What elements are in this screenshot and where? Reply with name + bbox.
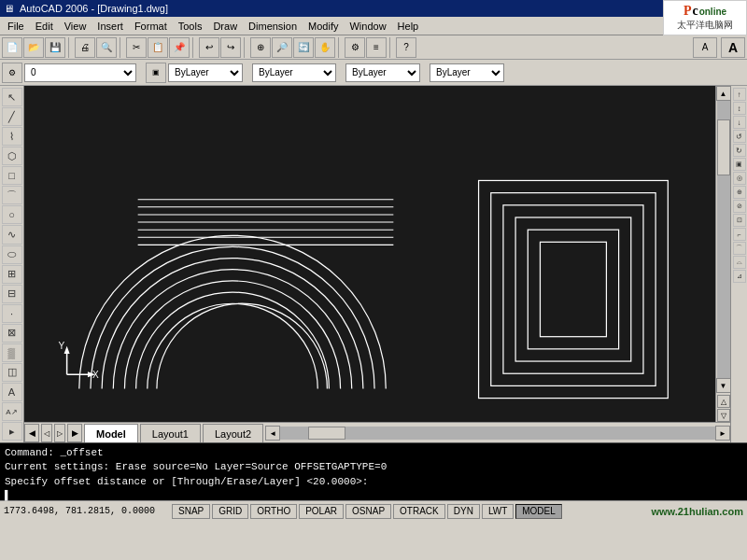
text-style-button[interactable]: A — [693, 37, 717, 58]
ellipse-tool[interactable]: ⬭ — [2, 245, 22, 264]
plotstyle-dropdown[interactable]: ByLayer — [430, 63, 504, 82]
model-button[interactable]: MODEL — [515, 504, 562, 519]
match-prop-button[interactable]: ≡ — [366, 37, 387, 58]
rt-btn12[interactable]: ⌒ — [733, 242, 746, 255]
rt-btn11[interactable]: ⌐ — [733, 228, 746, 241]
mtext-tool[interactable]: A — [2, 383, 22, 401]
menu-window[interactable]: Window — [344, 18, 391, 35]
rt-btn13[interactable]: ⌓ — [733, 256, 746, 269]
pan-button[interactable]: ✋ — [315, 37, 335, 58]
region-tool[interactable]: ◫ — [2, 363, 22, 382]
gradient-tool[interactable]: ▒ — [2, 343, 22, 362]
paste-button[interactable]: 📌 — [169, 37, 190, 58]
save-button[interactable]: 💾 — [45, 37, 65, 58]
rt-btn6[interactable]: ▣ — [733, 158, 746, 171]
color-dropdown[interactable]: ByLayer — [168, 63, 243, 82]
svg-text:X: X — [92, 370, 99, 380]
scroll-right-button[interactable]: ► — [715, 426, 730, 441]
pan-up-button[interactable]: △ — [717, 395, 730, 408]
rt-btn9[interactable]: ⊘ — [733, 200, 746, 213]
new-button[interactable]: 📄 — [2, 37, 22, 58]
tab-right-arrow2[interactable]: ▶ — [67, 424, 82, 442]
text-tool[interactable]: A↗ — [2, 402, 22, 421]
undo-button[interactable]: ↩ — [199, 37, 219, 58]
status-bar: 1773.6498, 781.2815, 0.0000 SNAP GRID OR… — [0, 500, 747, 521]
insert-block-tool[interactable]: ⊞ — [2, 265, 22, 284]
menu-format[interactable]: Format — [129, 18, 173, 35]
color-btn[interactable]: ▣ — [146, 63, 166, 83]
make-block-tool[interactable]: ⊟ — [2, 285, 22, 303]
open-button[interactable]: 📂 — [23, 37, 44, 58]
tab-layout1[interactable]: Layout1 — [140, 424, 201, 442]
menu-modify[interactable]: Modify — [303, 18, 344, 35]
layer-dropdown[interactable]: 0 — [24, 63, 136, 82]
osnap-button[interactable]: OSNAP — [345, 504, 391, 519]
rt-btn14[interactable]: ⊿ — [733, 270, 746, 283]
menu-insert[interactable]: Insert — [92, 18, 129, 35]
command-area: Command: _offset Current settings: Erase… — [0, 442, 747, 500]
tab-right-arrow[interactable]: ▷ — [54, 424, 65, 442]
grid-button[interactable]: GRID — [212, 504, 248, 519]
tab-left-arrow2[interactable]: ◁ — [41, 424, 52, 442]
linetype-dropdown[interactable]: ByLayer — [252, 63, 336, 82]
ortho-button[interactable]: ORTHO — [250, 504, 297, 519]
scroll-up-button[interactable]: ▲ — [716, 86, 731, 101]
rectangle-tool[interactable]: □ — [2, 166, 22, 185]
print-button[interactable]: 🖨 — [75, 37, 95, 58]
rt-btn10[interactable]: ⊡ — [733, 214, 746, 227]
otrack-button[interactable]: OTRACK — [393, 504, 445, 519]
select-tool[interactable]: ↖ — [2, 88, 22, 106]
line-tool[interactable]: ╱ — [2, 107, 22, 126]
zoom-previous-button[interactable]: 🔄 — [293, 37, 314, 58]
menu-view[interactable]: View — [59, 18, 92, 35]
dyn-button[interactable]: DYN — [447, 504, 480, 519]
lwt-button[interactable]: LWT — [482, 504, 514, 519]
spline-tool[interactable]: ∿ — [2, 225, 22, 244]
rt-btn3[interactable]: ↓ — [733, 116, 746, 129]
zoom-extents-button[interactable]: ⊕ — [250, 37, 271, 58]
tab-left-arrow[interactable]: ◀ — [24, 424, 39, 442]
properties-toolbar: ⚙ 0 ▣ ByLayer ByLayer ByLayer ByLayer — [0, 60, 747, 86]
scroll-left-button[interactable]: ◄ — [265, 426, 280, 441]
rt-btn8[interactable]: ⊕ — [733, 186, 746, 199]
rt-btn2[interactable]: ↕ — [733, 102, 746, 115]
style-btn2[interactable]: A — [721, 37, 745, 58]
menu-help[interactable]: Help — [392, 18, 425, 35]
scroll-down-button[interactable]: ▼ — [716, 378, 731, 393]
polygon-tool[interactable]: ⬡ — [2, 147, 22, 165]
snap-button[interactable]: SNAP — [172, 504, 210, 519]
print-preview-button[interactable]: 🔍 — [96, 37, 117, 58]
rt-btn1[interactable]: ↑ — [733, 88, 746, 101]
vertical-scrollbar[interactable]: ▲ ▼ △ ▽ — [715, 86, 730, 422]
hatch-tool[interactable]: ⊠ — [2, 324, 22, 343]
help-button[interactable]: ? — [396, 37, 416, 58]
tab-model[interactable]: Model — [84, 424, 138, 442]
tab-layout2[interactable]: Layout2 — [203, 424, 263, 442]
more-tools[interactable]: ▸ — [2, 422, 22, 441]
polyline-tool[interactable]: ⌇ — [2, 127, 22, 146]
polar-button[interactable]: POLAR — [299, 504, 344, 519]
status-watermark: www.21hulian.com — [651, 506, 743, 517]
menu-file[interactable]: File — [2, 18, 30, 35]
menu-bar: File Edit View Insert Format Tools Draw … — [0, 17, 747, 35]
cut-button[interactable]: ✂ — [126, 37, 147, 58]
properties-button[interactable]: ⚙ — [345, 37, 365, 58]
rt-btn4[interactable]: ↺ — [733, 130, 746, 143]
menu-draw[interactable]: Draw — [207, 18, 243, 35]
menu-tools[interactable]: Tools — [173, 18, 208, 35]
pan-down-button[interactable]: ▽ — [717, 409, 730, 422]
arc-tool[interactable]: ⌒ — [2, 186, 22, 204]
drawing-canvas[interactable]: Y X — [24, 86, 715, 422]
menu-dimension[interactable]: Dimension — [243, 18, 303, 35]
point-tool[interactable]: · — [2, 304, 22, 323]
lineweight-dropdown[interactable]: ByLayer — [345, 63, 420, 82]
rt-btn5[interactable]: ↻ — [733, 144, 746, 157]
rt-btn7[interactable]: ◎ — [733, 172, 746, 185]
layer-manager-button[interactable]: ⚙ — [2, 63, 22, 83]
redo-button[interactable]: ↪ — [220, 37, 241, 58]
zoom-window-button[interactable]: 🔎 — [272, 37, 292, 58]
copy-button[interactable]: 📋 — [148, 37, 168, 58]
circle-tool[interactable]: ○ — [2, 205, 22, 224]
menu-edit[interactable]: Edit — [30, 18, 59, 35]
drawing-svg: Y X — [24, 86, 715, 422]
